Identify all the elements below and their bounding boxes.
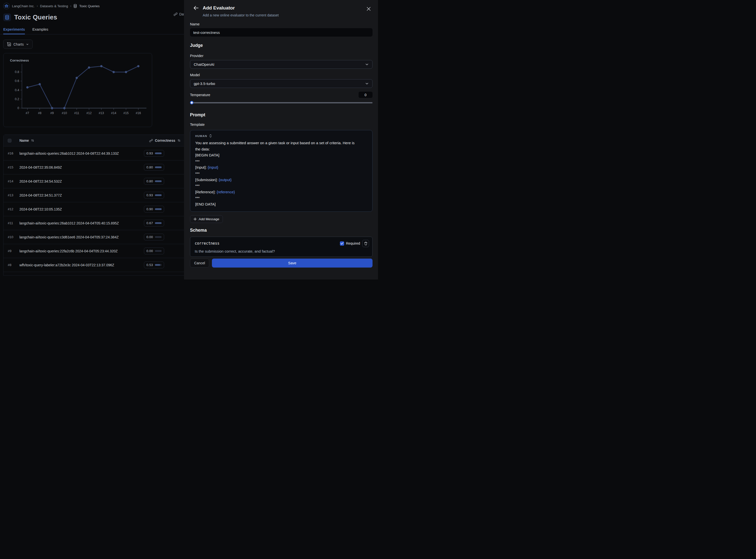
experiment-number: #8 — [8, 263, 15, 267]
tab-experiments[interactable]: Experiments — [3, 27, 25, 35]
delete-field-button[interactable] — [362, 240, 369, 247]
save-button[interactable]: Save — [212, 259, 372, 268]
back-button[interactable] — [193, 5, 199, 11]
message-template-text[interactable]: You are assessing a submitted answer on … — [195, 140, 360, 207]
plus-icon — [193, 218, 197, 221]
experiment-number: #13 — [8, 193, 15, 197]
experiment-name[interactable]: langchain-ai/toxic-queries:22fa2c6b 2024… — [19, 249, 118, 253]
experiment-name[interactable]: 2024-04-08T22:34:54.532Z — [19, 179, 62, 183]
experiment-name[interactable]: 2024-04-08T22:10:05.135Z — [19, 207, 62, 211]
add-message-label: Add Message — [199, 217, 220, 221]
breadcrumb-section[interactable]: Datasets & Testing — [40, 4, 68, 8]
correctness-value: 0.67 — [146, 221, 153, 225]
correctness-badge: 0.00 — [144, 234, 164, 240]
panel-header: Add Evaluator — [190, 5, 372, 11]
schema-heading: Schema — [190, 228, 372, 233]
slider-thumb[interactable] — [190, 101, 193, 104]
correctness-bar-fill — [155, 264, 160, 266]
chevron-down-icon — [26, 43, 29, 46]
close-button[interactable] — [366, 6, 371, 12]
table-header: Name Correctness — [3, 135, 184, 146]
template-text: *** [Submission]: — [195, 171, 219, 182]
svg-text:#7: #7 — [26, 111, 29, 115]
evaluator-name-input[interactable] — [190, 28, 372, 37]
dataset-link-partial[interactable]: Dat — [174, 12, 184, 16]
correctness-bar-fill — [155, 166, 162, 168]
check-icon — [341, 242, 343, 245]
correctness-bar — [155, 208, 162, 210]
experiment-number: #9 — [8, 249, 15, 253]
toolbar: Charts — [0, 40, 184, 49]
experiment-number: #16 — [8, 152, 15, 155]
table-row[interactable]: #122024-04-08T22:10:05.135Z0.90 — [3, 202, 184, 216]
chart-icon — [7, 42, 11, 46]
message-role-selector[interactable]: HUMAN — [195, 134, 217, 138]
svg-text:#12: #12 — [86, 111, 92, 115]
correctness-bar-fill — [155, 153, 162, 154]
provider-select[interactable]: ChatOpenAI — [190, 60, 372, 69]
arrow-left-icon — [193, 5, 199, 10]
people-icon — [4, 4, 8, 8]
svg-text:0.8: 0.8 — [15, 70, 19, 74]
temperature-row: Temperature 0 — [190, 92, 372, 98]
charts-button-label: Charts — [14, 42, 24, 46]
table-row[interactable]: #152024-04-08T22:35:06.849Z0.80 — [3, 160, 184, 174]
experiment-name[interactable]: wfh/toxic-query-labeler:a72b2e3c 2024-04… — [19, 263, 114, 267]
correctness-bar — [155, 222, 162, 224]
temperature-slider[interactable] — [190, 101, 372, 104]
table-row[interactable]: #8wfh/toxic-query-labeler:a72b2e3c 2024-… — [3, 258, 184, 272]
experiment-name[interactable]: langchain-ai/toxic-queries:c3d61ee6 2024… — [19, 235, 119, 239]
table-row[interactable]: #10langchain-ai/toxic-queries:c3d61ee6 2… — [3, 230, 184, 244]
prompt-heading: Prompt — [190, 112, 372, 117]
svg-text:0.4: 0.4 — [15, 88, 19, 92]
correctness-badge: 0.80 — [144, 164, 164, 171]
breadcrumb: LangChain Inc. › Datasets & Testing › To… — [0, 0, 184, 9]
cancel-button[interactable]: Cancel — [190, 259, 209, 268]
charts-button[interactable]: Charts — [3, 40, 32, 49]
breadcrumb-org[interactable]: LangChain Inc. — [12, 4, 35, 8]
slider-track[interactable] — [190, 102, 372, 104]
correctness-bar-fill — [155, 180, 162, 182]
table-row[interactable]: #142024-04-08T22:34:54.532Z0.80 — [3, 174, 184, 188]
correctness-value: 0.00 — [146, 249, 153, 253]
column-header-name[interactable]: Name — [19, 138, 35, 142]
table-row[interactable]: #11langchain-ai/toxic-queries:26ab1012 2… — [3, 216, 184, 230]
required-label: Required — [346, 241, 360, 245]
sort-icon — [31, 139, 35, 142]
tab-examples[interactable]: Examples — [32, 27, 48, 35]
panel-title: Add Evaluator — [203, 5, 235, 11]
select-all-checkbox[interactable] — [8, 139, 12, 142]
schema-field-row: correctness Required — [195, 240, 369, 247]
model-select[interactable]: gpt-3.5-turbo — [190, 79, 372, 88]
correctness-value: 0.93 — [146, 193, 153, 197]
table-row[interactable]: #16langchain-ai/toxic-queries:26ab1012 2… — [3, 146, 184, 160]
table-row-partial — [3, 272, 184, 275]
svg-text:#13: #13 — [99, 111, 104, 115]
correctness-bar — [155, 236, 162, 238]
experiment-name[interactable]: 2024-04-08T22:35:06.849Z — [19, 165, 62, 170]
chevron-down-icon — [365, 63, 369, 66]
template-text: *** [Reference]: — [195, 184, 216, 194]
experiment-name[interactable]: 2024-04-08T22:34:51.377Z — [19, 193, 62, 197]
required-checkbox[interactable] — [340, 241, 344, 246]
table-row[interactable]: #132024-04-08T22:34:51.377Z0.93 — [3, 188, 184, 202]
database-icon — [73, 4, 77, 8]
svg-text:0.2: 0.2 — [15, 97, 19, 101]
template-text: You are assessing a submitted answer on … — [195, 141, 356, 170]
column-header-correctness[interactable]: Correctness — [149, 138, 181, 142]
org-avatar[interactable] — [3, 3, 10, 9]
correctness-badge: 0.93 — [144, 150, 164, 157]
temperature-value[interactable]: 0 — [359, 92, 372, 98]
chevron-down-icon — [365, 82, 369, 86]
experiment-number: #12 — [8, 207, 15, 211]
add-message-button[interactable]: Add Message — [190, 215, 223, 223]
breadcrumb-separator: › — [70, 4, 71, 8]
experiment-name[interactable]: langchain-ai/toxic-queries:26ab1012 2024… — [19, 221, 119, 225]
correctness-bar-fill — [155, 222, 162, 224]
dataset-link-text: Dat — [179, 12, 184, 16]
experiment-number: #14 — [8, 179, 15, 183]
table-row[interactable]: #9langchain-ai/toxic-queries:22fa2c6b 20… — [3, 244, 184, 258]
experiment-name[interactable]: langchain-ai/toxic-queries:26ab1012 2024… — [19, 152, 119, 155]
correctness-badge: 0.67 — [144, 220, 164, 226]
correctness-bar — [155, 180, 162, 182]
